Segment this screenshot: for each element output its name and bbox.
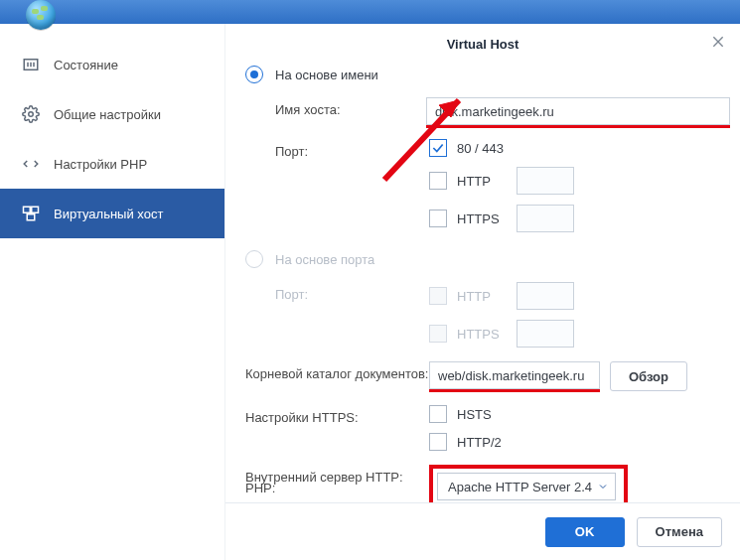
gear-icon [22,105,40,123]
port-label: Порт: [275,139,429,159]
php-label: PHP: [245,476,429,495]
browse-button[interactable]: Обзор [610,361,687,391]
chk-http[interactable] [429,172,447,190]
chk-label: HTTP [457,289,517,304]
chk-hsts[interactable] [429,405,447,423]
sidebar-item-status[interactable]: Состояние [0,40,224,89]
chevron-down-icon [597,481,609,492]
select-value: Apache HTTP Server 2.4 [448,480,592,494]
backend-select[interactable]: Apache HTTP Server 2.4 [437,473,616,500]
php-icon [22,155,40,173]
chk-label: HTTP [457,174,517,189]
cancel-button[interactable]: Отмена [637,517,722,547]
https-settings-label: Настройки HTTPS: [245,405,429,425]
radio-port-based[interactable]: На основе порта [245,250,730,268]
close-button[interactable] [710,34,726,53]
sidebar: Состояние Общие настройки Настройки PHP … [0,24,224,560]
chk-http2[interactable] [429,433,447,451]
radio-icon [245,250,263,268]
sidebar-item-label: Общие настройки [54,107,161,122]
hostname-label: Имя хоста: [275,97,426,117]
docroot-input[interactable] [429,361,600,389]
https-port2-input [517,320,574,348]
sidebar-item-label: Виртуальный хост [54,207,163,221]
vhost-panel: Virtual Host На основе имени Имя хоста: … [224,24,740,560]
sidebar-item-label: Состояние [54,58,118,72]
ok-button[interactable]: OK [545,517,625,547]
modal-title: Virtual Host [447,37,519,52]
annotation-highlight: Apache HTTP Server 2.4 Nextcloud ( PHP 7… [429,465,628,502]
sidebar-item-general[interactable]: Общие настройки [0,89,224,139]
radio-label: На основе порта [275,252,374,267]
http-port-input[interactable] [517,167,574,195]
svg-rect-7 [27,214,35,220]
svg-rect-5 [24,207,31,212]
https-port-input[interactable] [517,205,574,232]
http-port2-input [517,282,574,310]
radio-icon [245,66,263,83]
hostname-input[interactable] [426,97,730,125]
vhost-icon [22,205,40,222]
chk-http2a [429,287,447,305]
svg-rect-6 [32,207,39,212]
status-icon [22,56,40,73]
chk-label: 80 / 443 [457,141,504,156]
sidebar-item-label: Настройки PHP [54,157,147,172]
sidebar-item-php[interactable]: Настройки PHP [0,139,224,189]
chk-label: HTTP/2 [457,435,502,450]
radio-label: На основе имени [275,68,378,82]
chk-https2a [429,325,447,343]
chk-label: HSTS [457,407,492,422]
port2-label: Порт: [275,282,429,302]
chk-label: HTTPS [457,327,517,342]
chk-port-default[interactable] [429,139,447,157]
radio-name-based[interactable]: На основе имени [245,66,730,83]
svg-point-4 [29,112,34,117]
chk-https[interactable] [429,210,447,227]
sidebar-item-vhost[interactable]: Виртуальный хост [0,189,224,238]
chk-label: HTTPS [457,211,517,226]
docroot-label: Корневой каталог документов: [245,361,429,381]
